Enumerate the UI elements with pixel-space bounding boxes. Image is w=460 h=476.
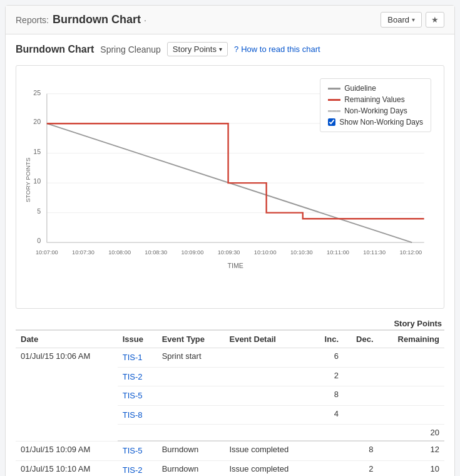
event-type-cell-empty — [157, 425, 225, 442]
event-detail-cell — [224, 405, 312, 425]
sprint-label: Spring Cleanup — [100, 44, 161, 54]
date-cell: 01/Jul/15 10:06 AM — [16, 348, 118, 442]
event-type-cell — [157, 405, 225, 425]
issue-link-tis5-sprint[interactable]: TIS-5 — [123, 390, 152, 402]
issue-cell: TIS-5 — [118, 441, 157, 460]
svg-text:25: 25 — [33, 89, 41, 96]
event-type-cell: Sprint start — [157, 348, 225, 368]
svg-text:10:10:30: 10:10:30 — [290, 249, 313, 256]
event-detail-cell — [224, 367, 312, 386]
svg-text:STORY POINTS: STORY POINTS — [24, 157, 31, 202]
issue-cell: TIS-8 — [118, 405, 157, 425]
event-detail-cell-empty — [224, 425, 312, 442]
dec-cell — [344, 348, 379, 368]
show-nonworking-checkbox[interactable] — [328, 118, 335, 126]
issue-link-tis8[interactable]: TIS-8 — [123, 409, 152, 422]
remaining-cell — [379, 386, 444, 406]
issue-cell: TIS-2 — [118, 460, 157, 476]
dec-cell — [344, 405, 379, 425]
remaining-cell — [379, 405, 444, 425]
svg-text:10:11:00: 10:11:00 — [327, 249, 349, 256]
remaining-subtotal: 20 — [379, 425, 444, 442]
remaining-cell: 10 — [379, 460, 444, 476]
page-title: Burndown Chart · — [53, 13, 146, 26]
chart-title: Burndown Chart — [16, 44, 94, 55]
issue-link-tis1[interactable]: TIS-1 — [123, 351, 152, 364]
chart-legend: Guideline Remaining Values Non-Working D… — [320, 78, 431, 132]
chart-container: 25 20 15 10 5 0 STORY POINTS — [16, 65, 444, 309]
remaining-cell — [379, 348, 444, 368]
inc-cell: 2 — [313, 367, 344, 386]
dec-cell — [344, 367, 379, 386]
show-nonworking-label: Show Non-Working Days — [339, 118, 423, 127]
svg-text:20: 20 — [33, 118, 41, 125]
issue-link-tis2-burndown[interactable]: TIS-2 — [123, 464, 152, 477]
guideline-label: Guideline — [344, 84, 376, 93]
inc-cell: 6 — [313, 348, 344, 368]
remaining-cell — [379, 367, 444, 386]
svg-text:10:08:00: 10:08:00 — [108, 249, 131, 256]
inc-cell: 8 — [313, 386, 344, 406]
reports-label: Reports: — [16, 15, 49, 25]
svg-text:5: 5 — [37, 207, 41, 215]
event-detail-cell: Issue completed — [224, 460, 312, 476]
burndown-table: Date Issue Event Type Event Detail Inc. … — [16, 329, 444, 476]
event-type-cell: Burndown — [157, 460, 225, 476]
nonworking-label: Non-Working Days — [344, 106, 407, 115]
event-detail-cell — [224, 386, 312, 406]
story-points-section-header: Story Points — [16, 319, 444, 328]
chart-subheader: Burndown Chart Spring Cleanup Story Poin… — [6, 34, 454, 60]
svg-text:10:09:30: 10:09:30 — [218, 249, 240, 256]
help-circle-icon: ? — [234, 44, 238, 54]
svg-text:10:11:30: 10:11:30 — [363, 249, 386, 256]
table-row: 01/Jul/15 10:06 AM TIS-1 Sprint start 6 — [16, 348, 444, 368]
event-type-cell — [157, 386, 225, 406]
svg-text:10:09:00: 10:09:00 — [181, 249, 204, 256]
col-dec: Dec. — [344, 330, 379, 348]
remaining-indicator — [328, 99, 340, 101]
issue-link-tis2[interactable]: TIS-2 — [123, 371, 152, 383]
col-inc: Inc. — [313, 330, 344, 348]
issue-cell-empty — [118, 425, 157, 442]
inc-cell-empty — [313, 425, 344, 442]
dec-cell: 8 — [344, 441, 379, 460]
event-type-cell — [157, 367, 225, 386]
page-header: Reports: Burndown Chart · Board ▾ ★ — [6, 6, 454, 34]
svg-text:10:07:00: 10:07:00 — [36, 249, 58, 256]
issue-cell: TIS-1 — [118, 348, 157, 368]
date-cell: 01/Jul/15 10:09 AM — [16, 441, 118, 460]
remaining-label: Remaining Values — [344, 95, 405, 104]
chevron-down-icon: ▾ — [412, 16, 415, 23]
star-button[interactable]: ★ — [426, 12, 444, 28]
dec-cell: 2 — [344, 460, 379, 476]
chevron-down-icon: ▾ — [219, 46, 222, 53]
how-to-read-link[interactable]: ? How to read this chart — [234, 44, 320, 54]
svg-text:0: 0 — [37, 237, 41, 244]
svg-text:10:07:30: 10:07:30 — [72, 249, 95, 256]
col-remaining: Remaining — [379, 330, 444, 348]
data-table-section: Story Points Date Issue Event Type Event… — [16, 319, 444, 476]
table-header-row: Date Issue Event Type Event Detail Inc. … — [16, 330, 444, 348]
guideline-indicator — [328, 88, 340, 90]
table-row: 01/Jul/15 10:09 AM TIS-5 Burndown Issue … — [16, 441, 444, 460]
story-points-button[interactable]: Story Points ▾ — [167, 42, 228, 56]
event-type-cell: Burndown — [157, 441, 225, 460]
svg-text:TIME: TIME — [227, 262, 243, 269]
remaining-cell: 12 — [379, 441, 444, 460]
board-button[interactable]: Board ▾ — [381, 12, 422, 28]
svg-text:10: 10 — [33, 177, 41, 185]
table-row: 01/Jul/15 10:10 AM TIS-2 Burndown Issue … — [16, 460, 444, 476]
svg-text:10:08:30: 10:08:30 — [145, 249, 167, 256]
dec-cell-empty — [344, 425, 379, 442]
event-detail-cell — [224, 348, 312, 368]
svg-text:10:12:00: 10:12:00 — [399, 249, 422, 256]
issue-link-tis5-burndown[interactable]: TIS-5 — [123, 445, 152, 457]
inc-cell — [313, 441, 344, 460]
col-event-detail: Event Detail — [224, 330, 312, 348]
nonworking-indicator — [328, 110, 340, 112]
col-event-type: Event Type — [157, 330, 225, 348]
date-cell: 01/Jul/15 10:10 AM — [16, 460, 118, 476]
issue-cell: TIS-5 — [118, 386, 157, 406]
event-detail-cell: Issue completed — [224, 441, 312, 460]
dec-cell — [344, 386, 379, 406]
